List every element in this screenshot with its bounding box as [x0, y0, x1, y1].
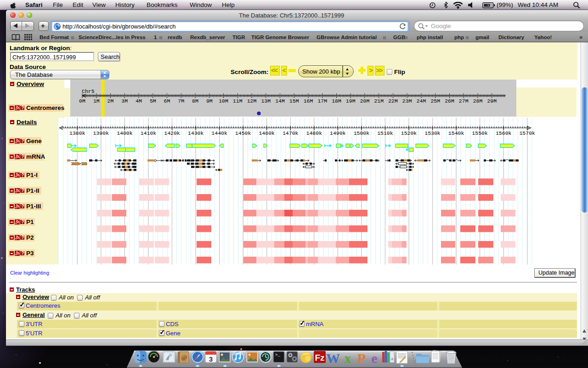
- svg-text:Fz: Fz: [315, 353, 324, 362]
- svg-text:1430k: 1430k: [188, 130, 204, 136]
- svg-text:Chr5: Chr5: [82, 88, 95, 94]
- svg-text:25M: 25M: [430, 98, 440, 104]
- svg-text:15M: 15M: [289, 98, 299, 104]
- svg-text:1490k: 1490k: [330, 130, 346, 136]
- svg-text:W: W: [326, 351, 340, 366]
- svg-text:1510k: 1510k: [377, 130, 393, 136]
- svg-text:5M: 5M: [150, 98, 156, 104]
- svg-text:1460k: 1460k: [259, 130, 275, 136]
- svg-text:17M: 17M: [317, 98, 327, 104]
- svg-text:1530k: 1530k: [424, 130, 441, 136]
- svg-text:0M: 0M: [79, 98, 85, 104]
- svg-text:@: @: [181, 354, 187, 361]
- svg-text:1520k: 1520k: [401, 130, 417, 136]
- svg-text:1540k: 1540k: [448, 130, 464, 136]
- svg-text:1M: 1M: [93, 98, 100, 104]
- svg-text:1450k: 1450k: [235, 130, 251, 136]
- svg-text:1560k: 1560k: [496, 130, 512, 136]
- svg-text:29M: 29M: [487, 98, 497, 104]
- svg-text:1470k: 1470k: [283, 130, 299, 136]
- svg-text:28M: 28M: [473, 98, 483, 104]
- svg-text:8M: 8M: [192, 98, 198, 104]
- svg-text:1420k: 1420k: [164, 130, 180, 136]
- svg-text:1380k: 1380k: [69, 130, 85, 136]
- svg-text:12M: 12M: [247, 98, 257, 104]
- svg-text:P: P: [357, 351, 366, 366]
- svg-text:13M: 13M: [261, 98, 271, 104]
- svg-text:11M: 11M: [233, 98, 243, 104]
- svg-text:16M: 16M: [304, 98, 313, 104]
- svg-text:9M: 9M: [206, 98, 213, 104]
- svg-text:2M: 2M: [107, 98, 114, 104]
- svg-text:1570k: 1570k: [519, 130, 535, 136]
- svg-text:20M: 20M: [360, 98, 370, 104]
- svg-text:1500k: 1500k: [354, 130, 370, 136]
- svg-text:24M: 24M: [417, 98, 426, 104]
- svg-text:21M: 21M: [374, 98, 384, 104]
- svg-text:e: e: [371, 351, 377, 366]
- svg-text:1410k: 1410k: [141, 130, 157, 136]
- svg-text:a: a: [391, 356, 393, 361]
- svg-text:23M: 23M: [402, 98, 412, 104]
- svg-text:1440k: 1440k: [211, 130, 227, 136]
- svg-text:1550k: 1550k: [472, 130, 488, 136]
- svg-text:4M: 4M: [136, 98, 142, 104]
- svg-text:1390k: 1390k: [93, 130, 109, 136]
- svg-text:22M: 22M: [388, 98, 398, 104]
- svg-text:>_: >_: [275, 353, 280, 357]
- svg-text:1480k: 1480k: [306, 130, 322, 136]
- svg-text:7M: 7M: [178, 98, 184, 104]
- svg-text:27M: 27M: [459, 98, 469, 104]
- svg-text:6M: 6M: [164, 98, 170, 104]
- svg-text:19M: 19M: [346, 98, 356, 104]
- svg-text:3M: 3M: [121, 98, 128, 104]
- svg-text:x: x: [345, 351, 351, 366]
- svg-text:18M: 18M: [332, 98, 341, 104]
- svg-text:26M: 26M: [445, 98, 454, 104]
- svg-text:10M: 10M: [219, 98, 228, 104]
- svg-text:3: 3: [209, 355, 213, 363]
- svg-text:14M: 14M: [275, 98, 285, 104]
- svg-text:1400k: 1400k: [117, 130, 133, 136]
